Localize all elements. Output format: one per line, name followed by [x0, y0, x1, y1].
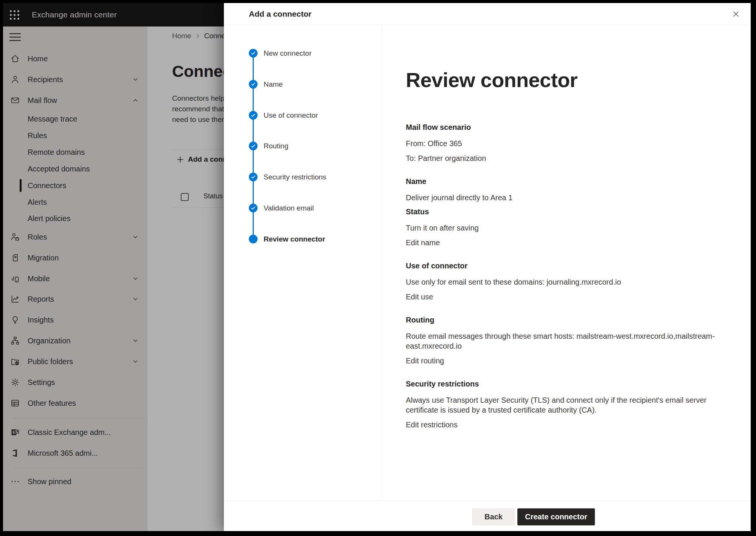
routing-heading: Routing	[406, 316, 725, 324]
step-complete-check-icon	[249, 173, 258, 181]
step-complete-check-icon	[249, 204, 258, 212]
back-button[interactable]: Back	[472, 508, 515, 525]
step-label: New connector	[264, 49, 312, 58]
step-current-dot	[249, 235, 258, 243]
step-review-connector[interactable]: Review connector	[224, 235, 382, 244]
step-routing[interactable]: Routing	[224, 142, 382, 151]
step-new-connector[interactable]: New connector	[224, 49, 382, 58]
name-text: Turn it on after saving	[406, 223, 725, 233]
edit-use-link[interactable]: Edit use	[406, 292, 433, 302]
mail-flow-scenario-text: From: Office 365	[406, 139, 725, 148]
mail-flow-scenario-heading: Mail flow scenario	[406, 123, 725, 132]
routing-text: Route email messages through these smart…	[406, 331, 725, 351]
step-use-of-connector[interactable]: Use of connector	[224, 111, 382, 120]
dialog-title: Add a connector	[249, 3, 312, 25]
name-text: Deliver journal directly to Area 1	[406, 193, 725, 203]
review-section-mail-flow-scenario: Mail flow scenarioFrom: Office 365To: Pa…	[406, 123, 725, 163]
use-of-connector-heading: Use of connector	[406, 262, 725, 270]
use-of-connector-text: Use only for email sent to these domains…	[406, 277, 725, 287]
step-label: Use of connector	[264, 111, 318, 120]
edit-restrictions-link[interactable]: Edit restrictions	[406, 420, 458, 430]
exchange-admin-center-screen: { "topbar": { "title": "Exchange admin c…	[0, 0, 756, 536]
name-heading: Status	[406, 207, 725, 216]
review-section-security-restrictions: Security restrictionsAlways use Transpor…	[406, 380, 725, 430]
edit-routing-link[interactable]: Edit routing	[406, 356, 444, 366]
step-complete-check-icon	[249, 49, 258, 58]
security-restrictions-text: Always use Transport Layer Security (TLS…	[406, 395, 725, 415]
dialog-header: Add a connector	[224, 3, 751, 25]
name-heading: Name	[406, 177, 725, 186]
dialog-footer: Back Create connector	[224, 500, 751, 531]
step-label: Security restrictions	[264, 173, 326, 181]
app-window: Exchange admin center HomeRecipientsMail…	[3, 3, 751, 531]
close-icon[interactable]	[730, 8, 742, 20]
step-label: Review connector	[264, 235, 325, 243]
step-complete-check-icon	[249, 142, 258, 150]
step-label: Name	[264, 80, 283, 89]
security-restrictions-heading: Security restrictions	[406, 380, 725, 388]
review-sections: Mail flow scenarioFrom: Office 365To: Pa…	[406, 123, 751, 430]
review-section-name: NameDeliver journal directly to Area 1St…	[406, 177, 725, 248]
step-complete-check-icon	[249, 80, 258, 89]
add-connector-dialog: Add a connector New connectorNameUse of …	[224, 3, 751, 531]
step-validation-email[interactable]: Validation email	[224, 204, 382, 213]
review-title: Review connector	[406, 68, 751, 92]
review-pane: Review connector Mail flow scenarioFrom:…	[382, 25, 751, 500]
step-complete-check-icon	[249, 111, 258, 120]
step-label: Validation email	[264, 204, 314, 212]
step-label: Routing	[264, 142, 289, 150]
review-section-routing: RoutingRoute email messages through thes…	[406, 316, 725, 366]
step-name[interactable]: Name	[224, 80, 382, 89]
step-security-restrictions[interactable]: Security restrictions	[224, 173, 382, 182]
edit-name-link[interactable]: Edit name	[406, 238, 440, 248]
create-connector-button[interactable]: Create connector	[517, 508, 595, 525]
wizard-stepper: New connectorNameUse of connectorRouting…	[224, 25, 382, 500]
mail-flow-scenario-text: To: Partner organization	[406, 153, 725, 163]
review-section-use-of-connector: Use of connectorUse only for email sent …	[406, 262, 725, 302]
